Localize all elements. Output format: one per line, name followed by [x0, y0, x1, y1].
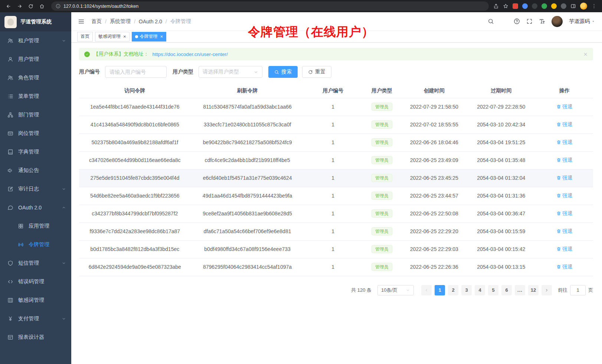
breadcrumb-item[interactable]: 首页: [91, 18, 102, 25]
force-logout-label: 强退: [562, 210, 572, 217]
sidebar-item-role[interactable]: 角色管理: [0, 69, 71, 87]
sidebar-item-tenant[interactable]: 租户管理: [0, 32, 71, 50]
refresh-token-cell: 9ce8ef2aa9f14056b831ae9b608e28d5: [191, 205, 304, 222]
sidebar-item-user[interactable]: 用户管理: [0, 50, 71, 69]
table-row: 502375b8040a469a9b82188afdf6af1fbe90422b…: [79, 133, 593, 151]
search-button[interactable]: 搜索: [268, 66, 298, 78]
extension-icon-blue[interactable]: [522, 3, 528, 9]
url-bar[interactable]: 127.0.0.1:1024/system/oauth2/token: [51, 1, 489, 11]
github-icon[interactable]: [500, 18, 507, 25]
caret-down-icon: [591, 19, 595, 23]
force-logout-button[interactable]: 强退: [556, 192, 572, 199]
force-logout-button[interactable]: 强退: [556, 175, 572, 181]
expires-at-cell: 2054-03-04 19:51:25: [467, 133, 536, 151]
extension-icon-orange[interactable]: [551, 3, 557, 9]
sidebar-item-oauth2-app[interactable]: 应用管理: [0, 217, 71, 235]
force-logout-button[interactable]: 强退: [556, 228, 572, 235]
page-button[interactable]: 6: [501, 285, 512, 295]
page-button[interactable]: 5: [488, 285, 498, 295]
sidebar-item-dept[interactable]: 部门管理: [0, 106, 71, 124]
page-button[interactable]: 2: [448, 285, 458, 295]
app-logo[interactable]: 芋道管理系统: [0, 12, 71, 32]
search-icon[interactable]: [488, 18, 494, 24]
site-info-icon[interactable]: [56, 4, 60, 9]
tab-home[interactable]: 首页: [77, 32, 93, 42]
sidebar-item-sensitive-word[interactable]: 敏感词管理: [0, 291, 71, 310]
force-logout-button[interactable]: 强退: [556, 121, 572, 128]
extension-icon-red[interactable]: [513, 3, 518, 9]
sidebar-item-menu[interactable]: 菜单管理: [0, 87, 71, 106]
sidebar-item-dict[interactable]: 字典管理: [0, 143, 71, 161]
tabs-bar: 首页敏感词管理×令牌管理×: [71, 31, 602, 43]
force-logout-button[interactable]: 强退: [556, 139, 572, 146]
force-logout-label: 强退: [562, 228, 572, 235]
sidebar-item-notice[interactable]: 通知公告: [0, 161, 71, 180]
extension-icon-gray[interactable]: [561, 3, 566, 9]
next-page-button[interactable]: [542, 285, 552, 295]
goto-page-input[interactable]: [570, 285, 586, 295]
user-avatar[interactable]: [552, 16, 563, 27]
sidebar-item-audit-log[interactable]: 审计日志: [0, 180, 71, 198]
tab-token[interactable]: 令牌管理×: [132, 32, 167, 42]
page-button[interactable]: 1: [435, 285, 445, 295]
column-header: 用户编号: [304, 84, 362, 98]
back-icon[interactable]: [4, 1, 13, 11]
hamburger-icon[interactable]: [78, 18, 85, 25]
alert-close-icon[interactable]: [583, 52, 588, 57]
force-logout-button[interactable]: 强退: [556, 246, 572, 252]
browser-nav: [4, 1, 47, 11]
user-type-select[interactable]: 请选择用户类型: [199, 66, 262, 78]
sidebar-item-label: 字典管理: [18, 149, 39, 155]
user-type-badge: 管理员: [372, 103, 392, 111]
share-icon[interactable]: [493, 3, 499, 9]
sidebar-item-label: 令牌管理: [29, 241, 49, 248]
side-panel-icon[interactable]: [570, 3, 576, 9]
force-logout-button[interactable]: 强退: [556, 157, 572, 163]
page-button[interactable]: 3: [461, 285, 472, 295]
tab-close-icon[interactable]: ×: [160, 34, 163, 39]
breadcrumb-item[interactable]: OAuth 2.0: [139, 19, 162, 24]
forward-icon[interactable]: [15, 1, 24, 11]
home-icon[interactable]: [37, 1, 47, 11]
prev-page-button[interactable]: [421, 285, 432, 295]
sidebar-item-post[interactable]: 岗位管理: [0, 124, 71, 143]
sidebar-item-pay[interactable]: 支付管理: [0, 310, 71, 328]
page-button[interactable]: 12: [528, 285, 539, 295]
breadcrumb-item[interactable]: 系统管理: [110, 18, 131, 25]
user-menu[interactable]: 芋道源码: [569, 18, 595, 25]
sidebar-item-oauth2[interactable]: OAuth 2.0: [0, 198, 71, 217]
more-pages-button[interactable]: ...: [515, 285, 525, 295]
browser-profile-avatar[interactable]: [580, 3, 587, 10]
reset-button[interactable]: 重置: [302, 66, 331, 78]
browser-menu-icon[interactable]: [591, 3, 597, 9]
access-token-cell: 502375b8040a469a9b82188afdf6af1f: [79, 133, 191, 151]
page-size-select[interactable]: 10条/页: [377, 285, 414, 295]
extension-icon-green[interactable]: [542, 3, 547, 9]
breadcrumb-separator: /: [105, 19, 107, 24]
force-logout-button[interactable]: 强退: [556, 264, 572, 270]
access-token-cell: f9336e7c7dd242a283ee98dc86b17a87: [79, 222, 191, 240]
extension-icon-dark[interactable]: [532, 3, 537, 9]
doc-link[interactable]: https://doc.iocoder.cn/user-center/: [153, 52, 228, 57]
fullscreen-icon[interactable]: [526, 18, 533, 24]
action-cell: 强退: [536, 151, 593, 169]
bookmark-star-icon[interactable]: [503, 3, 508, 9]
page-button[interactable]: 4: [475, 285, 485, 295]
chevron-down-icon: [62, 261, 66, 265]
chevron-down-icon: [62, 39, 66, 43]
reset-button-label: 重置: [315, 69, 325, 75]
help-icon[interactable]: [514, 18, 520, 24]
table-row: b0d1785bc3a8482f812db4a3f3bd15ecb0df4980…: [79, 240, 593, 258]
font-size-icon[interactable]: [539, 18, 545, 24]
sidebar-item-sms[interactable]: 短信管理: [0, 254, 71, 272]
tab-close-icon[interactable]: ×: [123, 34, 126, 39]
tab-sensitive-word[interactable]: 敏感词管理×: [95, 32, 130, 42]
force-logout-button[interactable]: 强退: [556, 103, 572, 110]
token-table: 访问令牌刷新令牌用户编号用户类型创建时间过期时间操作 1ea5e44f8bc14…: [79, 84, 593, 276]
sidebar-item-oauth2-token[interactable]: 令牌管理: [0, 235, 71, 254]
sidebar-item-report-designer[interactable]: 报表设计器: [0, 328, 71, 347]
reload-icon[interactable]: [26, 1, 36, 11]
force-logout-button[interactable]: 强退: [556, 210, 572, 217]
user-id-input[interactable]: [105, 66, 167, 78]
sidebar-item-error-code[interactable]: 错误码管理: [0, 272, 71, 291]
